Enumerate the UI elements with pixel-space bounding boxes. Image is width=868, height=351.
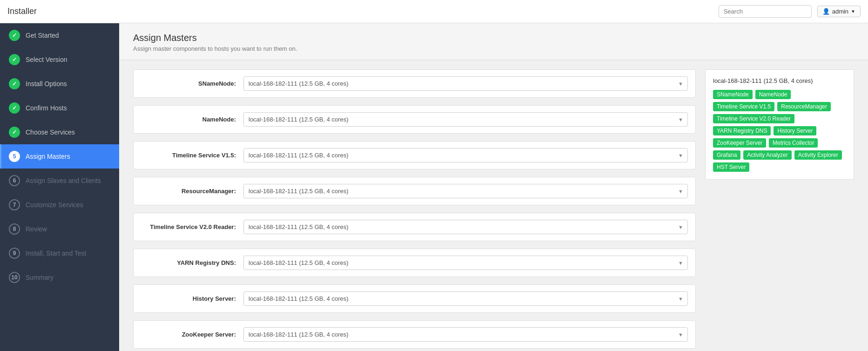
step-icon: ✓	[9, 78, 20, 89]
host-tag: Activity Explorer	[794, 150, 842, 160]
host-tag: NameNode	[755, 90, 791, 99]
sidebar-item-label: Install Options	[26, 80, 67, 88]
form-row: ResourceManager:local-168-182-111 (12.5 …	[133, 177, 696, 205]
host-select[interactable]: local-168-182-111 (12.5 GB, 4 cores)	[243, 220, 688, 234]
form-row: ZooKeeper Server:local-168-182-111 (12.5…	[133, 320, 696, 349]
host-tag: Activity Analyzer	[743, 150, 791, 160]
step-icon: 7	[9, 199, 20, 210]
sidebar-item-label: Choose Services	[26, 128, 75, 136]
select-wrap: local-168-182-111 (12.5 GB, 4 cores)▼	[243, 327, 688, 342]
sidebar-item-customize-services: 7Customize Services	[0, 193, 119, 217]
host-tag: ZooKeeper Server	[713, 138, 766, 148]
host-select[interactable]: local-168-182-111 (12.5 GB, 4 cores)	[243, 112, 688, 127]
sidebar-item-review: 8Review	[0, 217, 119, 241]
sidebar-item-label: Install, Start and Test	[26, 250, 86, 257]
host-select[interactable]: local-168-182-111 (12.5 GB, 4 cores)	[243, 291, 688, 306]
field-label: YARN Registry DNS:	[141, 259, 243, 266]
field-label: History Server:	[141, 295, 243, 302]
sidebar-item-choose-services[interactable]: ✓Choose Services	[0, 120, 119, 144]
field-label: NameNode:	[141, 116, 243, 123]
host-tag: Timeline Service V2.0 Reader	[713, 114, 794, 123]
step-icon: ✓	[9, 54, 20, 65]
sidebar-item-label: Customize Services	[26, 201, 83, 209]
step-icon: ✓	[9, 30, 20, 41]
host-tag: HST Server	[713, 162, 749, 172]
top-bar-right: 👤 admin ▼	[719, 5, 861, 18]
field-label: Timeline Service V1.5:	[141, 152, 243, 159]
select-wrap: local-168-182-111 (12.5 GB, 4 cores)▼	[243, 112, 688, 127]
sidebar: ✓Get Started✓Select Version✓Install Opti…	[0, 23, 119, 351]
sidebar-item-select-version[interactable]: ✓Select Version	[0, 47, 119, 72]
content-body: SNameNode:local-168-182-111 (12.5 GB, 4 …	[119, 60, 868, 351]
host-tag: YARN Registry DNS	[713, 126, 771, 135]
host-tag: Grafana	[713, 150, 740, 160]
host-select[interactable]: local-168-182-111 (12.5 GB, 4 cores)	[243, 76, 688, 91]
select-wrap: local-168-182-111 (12.5 GB, 4 cores)▼	[243, 76, 688, 91]
select-wrap: local-168-182-111 (12.5 GB, 4 cores)▼	[243, 184, 688, 198]
page-title: Assign Masters	[133, 33, 854, 43]
tag-container: SNameNodeNameNodeTimeline Service V1.5Re…	[713, 90, 846, 172]
step-icon: ✓	[9, 102, 20, 114]
sidebar-item-label: Assign Masters	[26, 153, 70, 160]
sidebar-item-label: Assign Slaves and Clients	[26, 177, 101, 184]
sidebar-item-install-options[interactable]: ✓Install Options	[0, 72, 119, 96]
sidebar-item-install,-start-and-test: 9Install, Start and Test	[0, 241, 119, 265]
sidebar-item-label: Summary	[26, 274, 54, 281]
field-label: Timeline Service V2.0 Reader:	[141, 223, 243, 230]
sidebar-item-get-started[interactable]: ✓Get Started	[0, 23, 119, 47]
form-section: SNameNode:local-168-182-111 (12.5 GB, 4 …	[133, 69, 696, 351]
host-tag: History Server	[774, 126, 816, 135]
select-wrap: local-168-182-111 (12.5 GB, 4 cores)▼	[243, 291, 688, 306]
sidebar-item-summary: 10Summary	[0, 265, 119, 290]
main-layout: ✓Get Started✓Select Version✓Install Opti…	[0, 23, 868, 351]
sidebar-item-label: Confirm Hosts	[26, 104, 67, 112]
host-tag: Metrics Collector	[769, 138, 818, 148]
host-tag: SNameNode	[713, 90, 753, 99]
sidebar-item-confirm-hosts[interactable]: ✓Confirm Hosts	[0, 96, 119, 120]
form-row: Timeline Service V1.5:local-168-182-111 …	[133, 141, 696, 169]
host-select[interactable]: local-168-182-111 (12.5 GB, 4 cores)	[243, 256, 688, 270]
field-label: SNameNode:	[141, 80, 243, 87]
select-wrap: local-168-182-111 (12.5 GB, 4 cores)▼	[243, 220, 688, 234]
form-row: Timeline Service V2.0 Reader:local-168-1…	[133, 213, 696, 241]
user-menu[interactable]: 👤 admin ▼	[817, 6, 861, 17]
form-row: NameNode:local-168-182-111 (12.5 GB, 4 c…	[133, 105, 696, 134]
page-header: Assign Masters Assign master components …	[119, 23, 868, 60]
select-wrap: local-168-182-111 (12.5 GB, 4 cores)▼	[243, 256, 688, 270]
host-select[interactable]: local-168-182-111 (12.5 GB, 4 cores)	[243, 148, 688, 162]
user-label: admin	[832, 8, 848, 15]
form-row: YARN Registry DNS:local-168-182-111 (12.…	[133, 249, 696, 277]
sidebar-item-assign-masters[interactable]: 5Assign Masters	[0, 144, 119, 169]
host-tag: Timeline Service V1.5	[713, 102, 774, 111]
sidebar-item-assign-slaves-and-clients: 6Assign Slaves and Clients	[0, 169, 119, 193]
form-row: History Server:local-168-182-111 (12.5 G…	[133, 284, 696, 313]
step-icon: ✓	[9, 127, 20, 138]
step-icon: 8	[9, 223, 20, 235]
field-label: ResourceManager:	[141, 188, 243, 195]
app-title: Installer	[7, 7, 37, 16]
form-row: SNameNode:local-168-182-111 (12.5 GB, 4 …	[133, 69, 696, 98]
caret-icon: ▼	[851, 9, 855, 14]
host-panel: local-168-182-111 (12.5 GB, 4 cores) SNa…	[705, 69, 854, 180]
host-select[interactable]: local-168-182-111 (12.5 GB, 4 cores)	[243, 327, 688, 342]
sidebar-item-label: Select Version	[26, 56, 67, 63]
step-icon: 10	[9, 272, 20, 283]
user-icon: 👤	[822, 8, 830, 15]
sidebar-item-label: Get Started	[26, 32, 59, 39]
step-icon: 5	[9, 151, 20, 162]
sidebar-item-label: Review	[26, 225, 47, 233]
step-icon: 6	[9, 175, 20, 186]
field-label: ZooKeeper Server:	[141, 331, 243, 338]
host-tag: ResourceManager	[777, 102, 831, 111]
page-subtitle: Assign master components to hosts you wa…	[133, 45, 854, 52]
search-input[interactable]	[719, 5, 812, 18]
host-panel-title: local-168-182-111 (12.5 GB, 4 cores)	[713, 77, 846, 84]
top-bar: Installer 👤 admin ▼	[0, 0, 868, 23]
content-area: Assign Masters Assign master components …	[119, 23, 868, 351]
host-select[interactable]: local-168-182-111 (12.5 GB, 4 cores)	[243, 184, 688, 198]
select-wrap: local-168-182-111 (12.5 GB, 4 cores)▼	[243, 148, 688, 162]
step-icon: 9	[9, 248, 20, 259]
